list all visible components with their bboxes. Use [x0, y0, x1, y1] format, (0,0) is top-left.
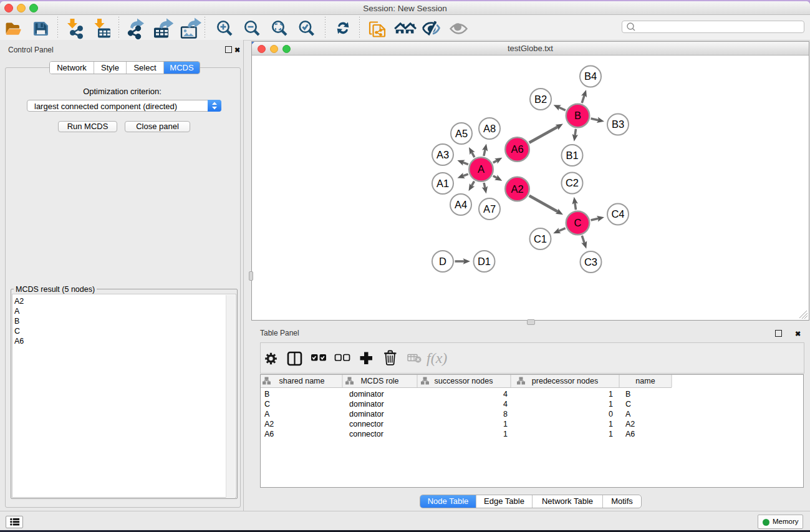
svg-text:A6: A6 [625, 430, 635, 438]
svg-text:A4: A4 [455, 199, 467, 210]
svg-text:B1: B1 [566, 150, 578, 161]
svg-text:0: 0 [609, 410, 613, 418]
svg-text:dominator: dominator [349, 390, 384, 399]
svg-text:B2: B2 [534, 94, 547, 105]
svg-text:name: name [635, 377, 655, 385]
svg-text:successor nodes: successor nodes [435, 377, 493, 385]
svg-text:C: C [625, 400, 631, 409]
svg-text:A8: A8 [483, 123, 496, 134]
svg-text:dominator: dominator [349, 410, 384, 418]
svg-text:A2: A2 [625, 420, 635, 428]
svg-text:D1: D1 [478, 256, 491, 267]
svg-text:C2: C2 [566, 177, 579, 188]
svg-text:A: A [264, 410, 270, 418]
svg-text:B3: B3 [612, 118, 624, 130]
svg-text:8: 8 [503, 410, 508, 418]
svg-text:B: B [625, 390, 630, 399]
svg-text:A2: A2 [511, 183, 523, 195]
svg-text:A6: A6 [511, 143, 523, 155]
svg-text:4: 4 [503, 390, 508, 399]
svg-text:connector: connector [349, 430, 383, 438]
svg-text:predecessor nodes: predecessor nodes [532, 377, 598, 385]
svg-text:1: 1 [609, 390, 613, 399]
svg-text:1: 1 [503, 430, 508, 438]
svg-text:A5: A5 [455, 128, 468, 139]
svg-text:dominator: dominator [349, 400, 384, 409]
svg-text:C: C [264, 400, 270, 409]
svg-text:B: B [264, 390, 269, 399]
svg-text:C3: C3 [584, 256, 597, 268]
svg-text:1: 1 [609, 420, 613, 428]
svg-text:MCDS role: MCDS role [360, 377, 398, 385]
svg-text:4: 4 [503, 400, 508, 409]
svg-text:A3: A3 [436, 149, 449, 160]
svg-text:A: A [625, 410, 631, 418]
svg-text:C1: C1 [534, 233, 547, 244]
svg-text:connector: connector [349, 420, 383, 428]
svg-text:shared name: shared name [279, 377, 325, 385]
svg-text:A2: A2 [264, 420, 274, 428]
svg-text:A: A [478, 163, 485, 175]
svg-text:C4: C4 [611, 208, 624, 220]
svg-text:1: 1 [609, 430, 613, 438]
svg-text:1: 1 [609, 400, 613, 409]
svg-text:A1: A1 [436, 178, 449, 189]
svg-text:B4: B4 [584, 70, 597, 82]
svg-text:1: 1 [503, 420, 508, 428]
svg-text:B: B [574, 110, 581, 121]
svg-text:f(x): f(x) [427, 350, 447, 366]
svg-text:A7: A7 [483, 203, 496, 215]
svg-text:D: D [439, 256, 446, 267]
svg-text:C: C [574, 217, 582, 228]
svg-text:A6: A6 [264, 430, 274, 438]
